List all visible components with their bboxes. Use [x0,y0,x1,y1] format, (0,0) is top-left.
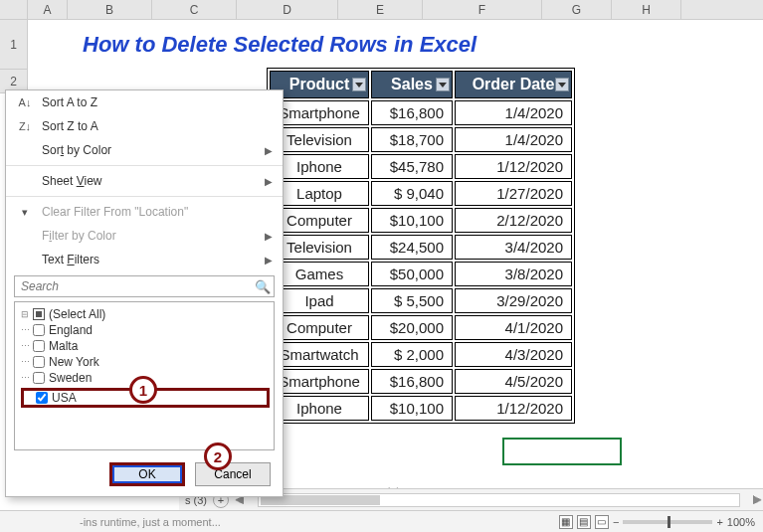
cell-sales[interactable]: $ 2,000 [371,342,453,367]
cell-product[interactable]: Television [270,235,369,260]
table-row[interactable]: Iphone$45,7801/12/2020 [270,154,572,179]
cell-date[interactable]: 3/4/2020 [455,235,572,260]
cell-product[interactable]: Ipad [270,288,369,313]
cell-date[interactable]: 1/4/2020 [455,127,572,152]
active-cell-indicator [502,438,622,465]
header-product[interactable]: Product [270,71,369,98]
view-pagelayout-icon[interactable]: ▤ [577,515,591,529]
cell-product[interactable]: Smartphone [270,100,369,125]
cancel-button[interactable]: Cancel [195,462,271,486]
cell-date[interactable]: 1/12/2020 [455,154,572,179]
cell-product[interactable]: Games [270,262,369,286]
cell-product[interactable]: Computer [270,208,369,233]
cell-product[interactable]: Television [270,127,369,152]
cell-date[interactable]: 2/12/2020 [455,208,572,233]
table-row[interactable]: Computer$20,0004/1/2020 [270,315,572,340]
cell-date[interactable]: 4/5/2020 [455,369,572,394]
cell-sales[interactable]: $45,780 [371,154,453,179]
cell-sales[interactable]: $10,100 [371,396,453,421]
col-header-A[interactable]: A [28,0,68,19]
cell-product[interactable]: Iphone [270,154,369,179]
zoom-slider[interactable] [623,520,712,524]
zoom-level[interactable]: 100% [727,516,755,528]
sort-za[interactable]: Z↓ Sort Z to A [6,114,283,138]
table-row[interactable]: Laptop$ 9,0401/27/2020 [270,181,572,206]
sort-by-color[interactable]: Sort by Color ▶ [6,138,283,162]
header-sales[interactable]: Sales [371,71,453,98]
col-header-G[interactable]: G [542,0,612,19]
cell-date[interactable]: 4/3/2020 [455,342,572,367]
col-header-C[interactable]: C [152,0,237,19]
col-header-H[interactable]: H [612,0,681,19]
cell-date[interactable]: 1/27/2020 [455,181,572,206]
chk-malta[interactable]: ⋯Malta [19,338,270,354]
cell-product[interactable]: Smartphone [270,369,369,394]
cell-date[interactable]: 3/8/2020 [455,262,572,286]
view-normal-icon[interactable]: ▦ [559,515,573,529]
col-header-B[interactable]: B [68,0,152,19]
zoom-out-button[interactable]: − [613,516,619,528]
cell-product[interactable]: Laptop [270,181,369,206]
cell-date[interactable]: 1/12/2020 [455,396,572,421]
filter-by-color: Filter by Color ▶ [6,224,283,248]
filter-dropdown-icon[interactable] [555,78,569,91]
checkbox-sweden[interactable] [33,372,45,384]
filter-search[interactable]: 🔍 [14,275,275,297]
checkbox-usa[interactable] [36,392,48,404]
col-header-D[interactable]: D [237,0,338,19]
sort-za-icon: Z↓ [16,120,34,132]
chevron-right-icon: ▶ [265,176,273,187]
cell-product[interactable]: Computer [270,315,369,340]
col-header-E[interactable]: E [338,0,423,19]
table-row[interactable]: Iphone$10,1001/12/2020 [270,396,572,421]
cell-sales[interactable]: $50,000 [371,262,453,286]
checkbox-new-york[interactable] [33,356,45,368]
cell-sales[interactable]: $20,000 [371,315,453,340]
sort-by-color-label: Sort by Color [42,143,111,157]
cell-date[interactable]: 1/4/2020 [455,100,572,125]
col-header-F[interactable]: F [423,0,542,19]
ok-button[interactable]: OK [109,462,185,486]
cell-product[interactable]: Iphone [270,396,369,421]
text-filters[interactable]: Text Filters ▶ [6,248,283,271]
clear-filter: ▾ Clear Filter From "Location" [6,200,283,224]
checkbox-select-all[interactable] [33,308,45,320]
select-all-corner[interactable] [0,0,28,19]
chk-england[interactable]: ⋯England [19,322,270,338]
table-row[interactable]: Ipad$ 5,5003/29/2020 [270,288,572,313]
cell-product[interactable]: Smartwatch [270,342,369,367]
table-row[interactable]: Television$18,7001/4/2020 [270,127,572,152]
cell-sales[interactable]: $ 5,500 [371,288,453,313]
cell-sales[interactable]: $16,800 [371,369,453,394]
table-row[interactable]: Smartwatch$ 2,0004/3/2020 [270,342,572,367]
row-header-strip: 1 2 [0,20,28,93]
cell-sales[interactable]: $ 9,040 [371,181,453,206]
sort-az[interactable]: A↓ Sort A to Z [6,90,283,114]
table-row[interactable]: Television$24,5003/4/2020 [270,235,572,260]
row-header-1[interactable]: 1 [0,20,28,70]
checkbox-england[interactable] [33,324,45,336]
cell-sales[interactable]: $24,500 [371,235,453,260]
sheet-view[interactable]: Sheet View ▶ [6,169,283,193]
cell-date[interactable]: 3/29/2020 [455,288,572,313]
filter-dropdown-icon[interactable] [436,78,450,91]
zoom-in-button[interactable]: + [716,516,722,528]
text-filters-label: Text Filters [42,253,99,266]
view-pagebreak-icon[interactable]: ▭ [595,515,609,529]
checkbox-malta[interactable] [33,340,45,352]
cell-sales[interactable]: $10,100 [371,208,453,233]
horizontal-scrollbar[interactable] [258,493,740,507]
sort-za-label: Sort Z to A [42,119,98,133]
chk-new-york[interactable]: ⋯New York [19,354,270,370]
table-row[interactable]: Smartphone$16,8001/4/2020 [270,100,572,125]
chk-select-all[interactable]: ⊟(Select All) [19,306,270,322]
cell-sales[interactable]: $16,800 [371,100,453,125]
table-row[interactable]: Games$50,0003/8/2020 [270,262,572,286]
cell-date[interactable]: 4/1/2020 [455,315,572,340]
table-row[interactable]: Computer$10,1002/12/2020 [270,208,572,233]
header-order-date[interactable]: Order Date [455,71,572,98]
filter-search-input[interactable] [15,276,252,296]
cell-sales[interactable]: $18,700 [371,127,453,152]
table-row[interactable]: Smartphone$16,8004/5/2020 [270,369,572,394]
filter-dropdown-icon[interactable] [352,78,366,91]
